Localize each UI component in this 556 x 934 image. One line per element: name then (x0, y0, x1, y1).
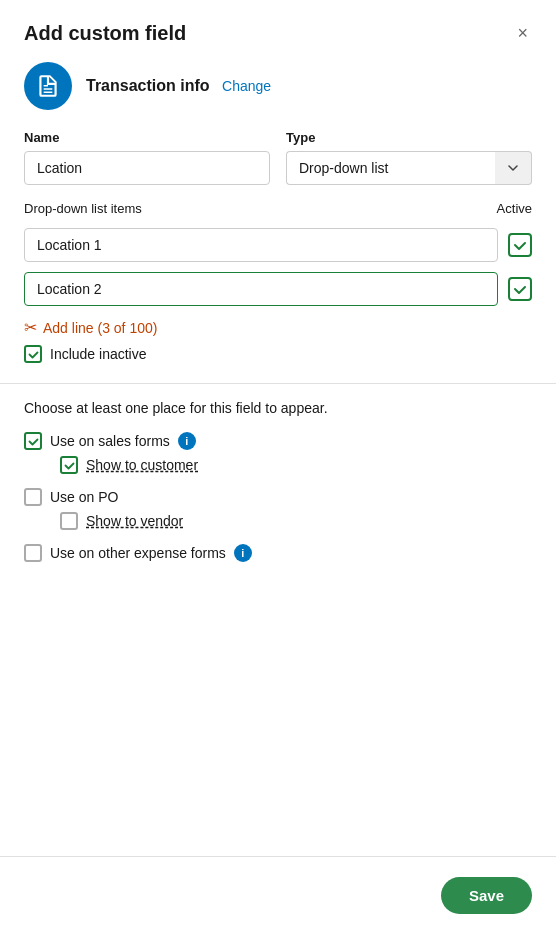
chevron-down-icon (507, 162, 519, 174)
transaction-label: Transaction info (86, 77, 210, 94)
show-to-customer-label[interactable]: Show to customer (86, 457, 198, 473)
sales-forms-row: Use on sales forms i (24, 432, 532, 450)
sales-forms-info-icon[interactable]: i (178, 432, 196, 450)
add-line-section: ✂ Add line (3 of 100) Include inactive (0, 306, 556, 367)
sales-forms-checkbox[interactable] (24, 432, 42, 450)
po-label: Use on PO (50, 489, 118, 505)
checkmark-icon (28, 436, 39, 447)
save-button[interactable]: Save (441, 877, 532, 914)
modal-footer: Save (0, 856, 556, 934)
dropdown-list-label: Drop-down list items (24, 201, 142, 216)
checkmark-icon (513, 282, 527, 296)
list-item-active-checkbox-1[interactable] (508, 233, 532, 257)
include-inactive-checkbox[interactable] (24, 345, 42, 363)
divider (0, 383, 556, 384)
close-button[interactable]: × (513, 20, 532, 46)
list-items-section (0, 228, 556, 306)
expense-forms-row: Use on other expense forms i (24, 544, 532, 562)
name-group: Name (24, 130, 270, 185)
expense-forms-option: Use on other expense forms i (24, 544, 532, 562)
transaction-info-text: Transaction info Change (86, 77, 271, 95)
type-dropdown-button[interactable] (495, 151, 532, 185)
show-to-customer-row: Show to customer (60, 456, 532, 474)
transaction-info-row: Transaction info Change (0, 62, 556, 130)
add-line-button[interactable]: ✂ Add line (3 of 100) (24, 318, 532, 337)
transaction-icon (24, 62, 72, 110)
document-icon (35, 73, 61, 99)
modal: Add custom field × Transaction info Chan… (0, 0, 556, 934)
name-label: Name (24, 130, 270, 145)
active-label: Active (497, 201, 532, 216)
dropdown-list-header: Drop-down list items Active (0, 201, 556, 216)
place-title: Choose at least one place for this field… (24, 400, 532, 416)
list-item-input-2[interactable] (24, 272, 498, 306)
add-line-label: Add line (3 of 100) (43, 320, 157, 336)
type-label: Type (286, 130, 532, 145)
checkmark-icon (28, 349, 39, 360)
modal-title: Add custom field (24, 22, 186, 45)
type-group: Type (286, 130, 532, 185)
list-item-active-checkbox-2[interactable] (508, 277, 532, 301)
scissors-icon: ✂ (24, 318, 37, 337)
include-inactive-row: Include inactive (24, 345, 532, 363)
include-inactive-label: Include inactive (50, 346, 147, 362)
type-input[interactable] (286, 151, 495, 185)
checkmark-icon (64, 460, 75, 471)
po-row: Use on PO (24, 488, 532, 506)
expense-forms-checkbox[interactable] (24, 544, 42, 562)
list-item-input-1[interactable] (24, 228, 498, 262)
list-item (24, 272, 532, 306)
expense-forms-info-icon[interactable]: i (234, 544, 252, 562)
type-select-wrapper (286, 151, 532, 185)
name-input[interactable] (24, 151, 270, 185)
sales-forms-option: Use on sales forms i Show to customer (24, 432, 532, 474)
modal-header: Add custom field × (0, 0, 556, 62)
checkmark-icon (513, 238, 527, 252)
show-to-vendor-checkbox[interactable] (60, 512, 78, 530)
po-option: Use on PO Show to vendor (24, 488, 532, 530)
list-item (24, 228, 532, 262)
sales-forms-label: Use on sales forms (50, 433, 170, 449)
po-checkbox[interactable] (24, 488, 42, 506)
change-link[interactable]: Change (222, 78, 271, 94)
expense-forms-label: Use on other expense forms (50, 545, 226, 561)
show-to-customer-checkbox[interactable] (60, 456, 78, 474)
name-type-row: Name Type (24, 130, 532, 185)
show-to-vendor-label[interactable]: Show to vendor (86, 513, 183, 529)
show-to-vendor-row: Show to vendor (60, 512, 532, 530)
name-type-section: Name Type (0, 130, 556, 201)
place-section: Choose at least one place for this field… (0, 400, 556, 576)
